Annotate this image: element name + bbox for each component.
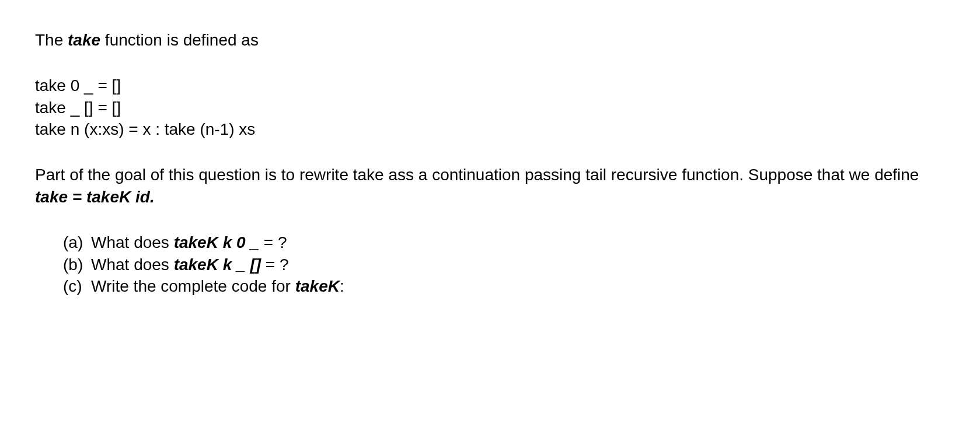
question-b-text: What does takeK k _ [] = ? <box>91 254 289 276</box>
question-c-text: Write the complete code for takeK: <box>91 275 344 298</box>
question-a-marker: (a) <box>63 232 91 254</box>
question-c-post: : <box>340 277 344 295</box>
intro-line: The take function is defined as <box>35 29 945 51</box>
code-block: take 0 _ = [] take _ [] = [] take n (x:x… <box>35 75 945 141</box>
question-b: (b) What does takeK k _ [] = ? <box>63 254 945 276</box>
question-a-text: What does takeK k 0 _ = ? <box>91 232 287 254</box>
question-b-code: takeK k _ [] <box>174 256 261 274</box>
question-a-pre: What does <box>91 233 174 251</box>
question-b-marker: (b) <box>63 254 91 276</box>
goal-definition: take = takeK id. <box>35 188 155 206</box>
question-c-pre: Write the complete code for <box>91 277 295 295</box>
goal-paragraph: Part of the goal of this question is to … <box>35 164 945 208</box>
intro-pre: The <box>35 31 68 49</box>
question-c-code: takeK <box>295 277 340 295</box>
question-a: (a) What does takeK k 0 _ = ? <box>63 232 945 254</box>
goal-pre: Part of the goal of this question is to … <box>35 166 919 184</box>
questions-list: (a) What does takeK k 0 _ = ? (b) What d… <box>35 232 945 298</box>
intro-post: function is defined as <box>100 31 259 49</box>
question-c-marker: (c) <box>63 275 91 298</box>
intro-fn: take <box>68 31 100 49</box>
code-line-1: take 0 _ = [] <box>35 75 945 97</box>
question-b-pre: What does <box>91 256 174 274</box>
code-line-3: take n (x:xs) = x : take (n-1) xs <box>35 118 945 141</box>
question-b-post: = ? <box>261 256 288 274</box>
question-a-post: = ? <box>264 233 287 251</box>
question-c: (c) Write the complete code for takeK: <box>63 275 945 298</box>
code-line-2: take _ [] = [] <box>35 97 945 119</box>
question-a-code: takeK k 0 _ <box>174 233 264 251</box>
